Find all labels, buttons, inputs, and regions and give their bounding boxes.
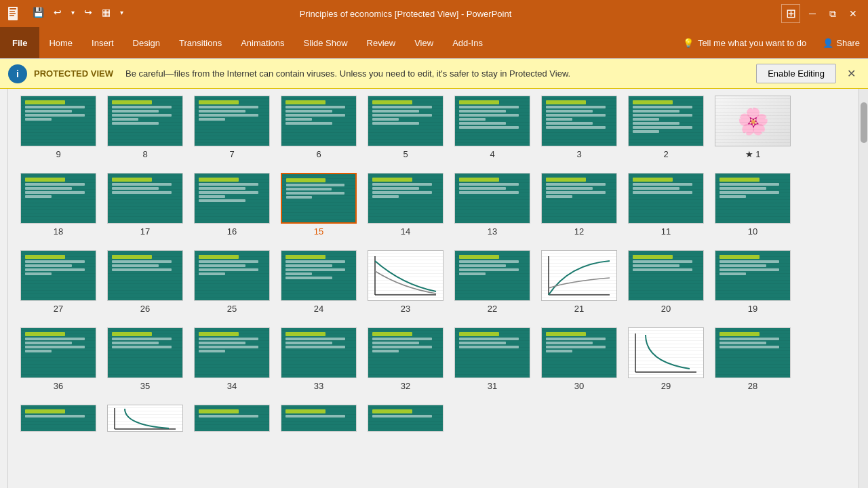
slide-item-25[interactable]: 25 (189, 250, 275, 314)
tab-view[interactable]: View (405, 27, 443, 58)
slide-item-13[interactable]: 13 (449, 173, 536, 237)
sl (199, 183, 258, 186)
slide-thumb-24 (281, 250, 357, 301)
slide-item-2[interactable]: 2 (623, 96, 709, 159)
slide-item-21[interactable]: 21 (536, 250, 623, 314)
undo-dropdown[interactable]: ▾ (68, 7, 77, 18)
sl (719, 272, 746, 275)
sl (372, 183, 432, 186)
slide-item-partial-c[interactable] (189, 405, 275, 432)
minimize-button[interactable]: ─ (803, 5, 822, 22)
tab-file[interactable]: File (0, 27, 39, 58)
tab-addins[interactable]: Add-Ins (443, 27, 492, 58)
tab-design[interactable]: Design (123, 27, 170, 58)
sl (199, 409, 239, 413)
sl (546, 332, 586, 336)
slide-line (546, 126, 606, 129)
slide-item-28[interactable]: 28 (709, 327, 796, 391)
qa-dropdown-button[interactable]: ▾ (117, 7, 126, 18)
slide-item-27[interactable]: 27 (15, 250, 102, 314)
sl (199, 338, 258, 340)
tab-review[interactable]: Review (357, 27, 406, 58)
slide-item-15[interactable]: 15 (275, 173, 362, 237)
sl (285, 255, 326, 259)
slide-content-2 (629, 96, 703, 146)
sl (25, 264, 72, 267)
svg-rect-9 (368, 251, 443, 300)
tab-slideshow[interactable]: Slide Show (294, 27, 357, 58)
slide-panel: 🌸 ★ 1 (0, 89, 868, 488)
slide-item-32[interactable]: 32 (362, 327, 449, 391)
sl (25, 118, 52, 121)
slide-item-partial-d[interactable] (102, 405, 189, 432)
share-button[interactable]: 👤 Share (814, 27, 868, 58)
slide-item-35[interactable]: 35 (102, 327, 189, 391)
close-button[interactable]: ✕ (844, 5, 863, 22)
slide-item-31[interactable]: 31 (449, 327, 536, 391)
slide-item-20[interactable]: 20 (623, 250, 709, 314)
scrollbar-thumb[interactable] (861, 102, 867, 143)
undo-button[interactable]: ↩ (51, 5, 64, 19)
slide-thumb-29 (628, 327, 704, 378)
tab-home[interactable]: Home (39, 27, 82, 58)
slide-item-36[interactable]: 36 (15, 327, 102, 391)
slide-item-19[interactable]: 19 (709, 250, 796, 314)
enable-editing-button[interactable]: Enable Editing (756, 64, 836, 83)
slide-thumb-partial-d (107, 405, 183, 432)
slide-item-7[interactable]: 7 (189, 96, 275, 159)
slide-thumb-36 (20, 327, 96, 378)
slide-item-14[interactable]: 14 (362, 173, 449, 237)
sl (633, 268, 692, 271)
sl (112, 187, 159, 190)
slide-item-12[interactable]: 12 (536, 173, 623, 237)
sl (633, 264, 679, 267)
maximize-button[interactable]: ⧉ (823, 5, 842, 22)
slide-item-10[interactable]: 10 (709, 173, 796, 237)
slide-item-26[interactable]: 26 (102, 250, 189, 314)
sl (112, 342, 159, 344)
slide-number-26: 26 (140, 304, 150, 314)
windows-logo: ⊞ (781, 4, 800, 23)
slide-item-18[interactable]: 18 (15, 173, 102, 237)
protected-bar-close-button[interactable]: ✕ (843, 66, 860, 81)
slide-item-partial-b[interactable] (275, 405, 362, 432)
slide-item-3[interactable]: 3 (536, 96, 623, 159)
slide-item-17[interactable]: 17 (102, 173, 189, 237)
slide-thumb-6 (281, 96, 357, 146)
slide-item-11[interactable]: 11 (623, 173, 709, 237)
slide-item-16[interactable]: 16 (189, 173, 275, 237)
slide-item-22[interactable]: 22 (449, 250, 536, 314)
sl (25, 106, 85, 108)
sl (25, 409, 65, 413)
presentation-button[interactable]: ▦ (99, 5, 113, 19)
slide-item-23[interactable]: 23 (362, 250, 449, 314)
tell-me-box[interactable]: 💡 Tell me what you want to do (675, 27, 814, 58)
slide-item-6[interactable]: 6 (275, 96, 362, 159)
slide-item-5[interactable]: 5 (362, 96, 449, 159)
protected-view-label: PROTECTED VIEW (34, 68, 113, 79)
slide-item-8[interactable]: 8 (102, 96, 189, 159)
slide-item-30[interactable]: 30 (536, 327, 623, 391)
redo-button[interactable]: ↪ (81, 5, 95, 19)
slide-item-partial-e[interactable] (15, 405, 102, 432)
slide-item-24[interactable]: 24 (275, 250, 362, 314)
slide-item-34[interactable]: 34 (189, 327, 275, 391)
slides-scroll-area[interactable]: 🌸 ★ 1 (8, 89, 859, 488)
slide-item-partial-a[interactable] (362, 405, 449, 432)
title-bar-right: ⊞ ─ ⧉ ✕ (781, 4, 863, 23)
save-button[interactable]: 💾 (30, 5, 47, 19)
slide-item-1[interactable]: 🌸 ★ 1 (709, 96, 796, 159)
tab-insert[interactable]: Insert (82, 27, 123, 58)
sl (25, 260, 85, 263)
slide-item-4[interactable]: 4 (449, 96, 536, 159)
sl (372, 409, 412, 413)
slide-item-29[interactable]: 29 (623, 327, 709, 391)
vertical-scrollbar[interactable] (859, 89, 868, 488)
tab-animations[interactable]: Animations (231, 27, 294, 58)
slide-number-10: 10 (748, 226, 757, 237)
slide-item-33[interactable]: 33 (275, 327, 362, 391)
sl (199, 195, 225, 198)
sl (285, 346, 345, 348)
tab-transitions[interactable]: Transitions (170, 27, 231, 58)
slide-item-9[interactable]: 9 (15, 96, 102, 159)
